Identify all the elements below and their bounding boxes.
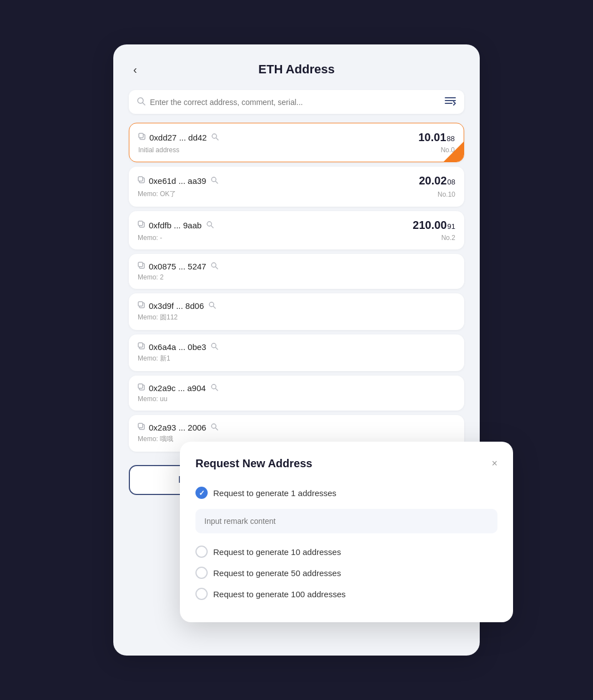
radio-option[interactable]: Request to generate 100 addresses: [195, 583, 497, 604]
svg-point-35: [212, 424, 216, 428]
page-title: ETH Address: [258, 62, 334, 77]
svg-rect-30: [138, 384, 143, 388]
copy-icon[interactable]: [138, 262, 145, 271]
copy-icon[interactable]: [138, 383, 145, 393]
svg-rect-18: [138, 262, 143, 267]
radio-label: Request to generate 1 addresses: [213, 488, 336, 498]
radio-checkmark: ✓: [199, 489, 205, 497]
amount-main: 20.02: [419, 174, 446, 187]
address-hash: 0xdd27 ... dd42: [149, 133, 207, 142]
memo-text: Memo: 2: [138, 273, 164, 281]
address-card[interactable]: 0xfdfb ... 9aab 210.0091 Memo: - No.2: [129, 211, 464, 249]
svg-point-15: [207, 222, 212, 226]
svg-point-7: [212, 134, 217, 138]
radio-label: Request to generate 100 addresses: [213, 589, 346, 599]
svg-point-31: [212, 384, 216, 389]
filter-icon[interactable]: [444, 96, 456, 108]
address-hash: 0x0875 ... 5247: [149, 262, 206, 271]
address-number: No.10: [438, 191, 455, 198]
address-hash: 0x2a93 ... 2006: [149, 423, 206, 432]
address-card[interactable]: 0x2a9c ... a904 Memo: uu: [129, 376, 464, 411]
address-hash: 0xfdfb ... 9aab: [149, 221, 202, 230]
amount-main: 10.01: [418, 131, 446, 144]
copy-icon[interactable]: [138, 176, 145, 186]
copy-icon[interactable]: [138, 221, 145, 230]
memo-text: Initial address: [138, 146, 179, 154]
address-card[interactable]: 0xe61d ... aa39 20.0208 Memo: OK了 No.10: [129, 167, 464, 207]
address-search-icon[interactable]: [210, 262, 218, 271]
svg-line-36: [216, 428, 218, 431]
radio-circle-checked: ✓: [195, 487, 208, 499]
header: ‹ ETH Address: [129, 62, 464, 77]
copy-icon[interactable]: [138, 342, 145, 352]
address-card[interactable]: 0x0875 ... 5247 Memo: 2: [129, 254, 464, 289]
back-button[interactable]: ‹: [129, 61, 142, 78]
memo-text: Memo: -: [138, 234, 162, 242]
address-list: 0xdd27 ... dd42 10.0188 Initial address …: [129, 123, 464, 452]
address-card[interactable]: 0x3d9f ... 8d06 Memo: 圆112: [129, 293, 464, 330]
svg-line-8: [217, 138, 219, 141]
radio-option[interactable]: Request to generate 10 addresses: [195, 541, 497, 562]
memo-text: Memo: 新1: [138, 354, 170, 363]
address-search-icon[interactable]: [210, 176, 218, 186]
request-modal: Request New Address × ✓ Request to gener…: [180, 442, 513, 622]
memo-text: Memo: 圆112: [138, 313, 178, 322]
svg-rect-34: [138, 423, 143, 428]
address-search-icon[interactable]: [211, 133, 219, 142]
search-bar: [129, 90, 464, 114]
address-card[interactable]: 0xdd27 ... dd42 10.0188 Initial address …: [129, 123, 464, 162]
radio-label: Request to generate 10 addresses: [213, 547, 341, 557]
address-hash: 0xe61d ... aa39: [149, 176, 206, 186]
radio-label: Request to generate 50 addresses: [213, 568, 341, 578]
address-search-icon[interactable]: [210, 383, 218, 393]
modal-close-button[interactable]: ×: [491, 458, 497, 469]
svg-rect-10: [138, 177, 143, 181]
address-search-icon[interactable]: [206, 221, 214, 230]
svg-point-23: [209, 302, 214, 307]
svg-rect-6: [139, 133, 143, 138]
search-input[interactable]: [150, 98, 440, 107]
radio-option[interactable]: ✓ Request to generate 1 addresses: [195, 482, 497, 541]
svg-line-1: [143, 103, 145, 105]
memo-text: Memo: uu: [138, 395, 167, 403]
modal-header: Request New Address ×: [195, 457, 497, 470]
memo-text: Memo: 哦哦: [138, 434, 173, 444]
svg-line-20: [216, 267, 218, 269]
svg-line-24: [214, 307, 216, 309]
modal-options: ✓ Request to generate 1 addresses Reques…: [195, 482, 497, 604]
amount-small: 08: [448, 178, 455, 186]
remark-input[interactable]: [195, 509, 497, 533]
radio-circle: [195, 588, 208, 600]
svg-line-12: [216, 182, 218, 184]
svg-line-32: [215, 389, 218, 391]
svg-rect-26: [138, 343, 143, 347]
address-hash: 0x3d9f ... 8d06: [149, 301, 204, 311]
address-card[interactable]: 0x6a4a ... 0be3 Memo: 新1: [129, 334, 464, 371]
amount-main: 210.00: [413, 219, 446, 232]
svg-rect-22: [138, 302, 143, 306]
address-search-icon[interactable]: [210, 423, 218, 432]
radio-circle: [195, 546, 208, 558]
address-number: No.2: [441, 234, 455, 242]
modal-title: Request New Address: [195, 457, 312, 470]
amount-small: 91: [448, 222, 455, 231]
memo-text: Memo: OK了: [138, 189, 176, 199]
copy-icon[interactable]: [138, 133, 146, 142]
address-hash: 0x6a4a ... 0be3: [149, 342, 206, 352]
radio-option[interactable]: Request to generate 50 addresses: [195, 562, 497, 583]
address-hash: 0x2a9c ... a904: [149, 383, 206, 393]
radio-circle: [195, 567, 208, 579]
svg-point-19: [212, 263, 216, 267]
search-icon: [137, 97, 145, 108]
svg-rect-14: [138, 221, 143, 226]
copy-icon[interactable]: [138, 301, 145, 311]
svg-point-11: [212, 177, 216, 182]
main-card: ‹ ETH Address: [113, 44, 480, 656]
address-search-icon[interactable]: [208, 301, 216, 311]
address-search-icon[interactable]: [210, 342, 218, 352]
svg-line-16: [212, 226, 214, 228]
active-corner: [444, 142, 464, 162]
svg-point-27: [212, 343, 216, 348]
copy-icon[interactable]: [138, 423, 145, 432]
svg-line-28: [216, 348, 218, 350]
